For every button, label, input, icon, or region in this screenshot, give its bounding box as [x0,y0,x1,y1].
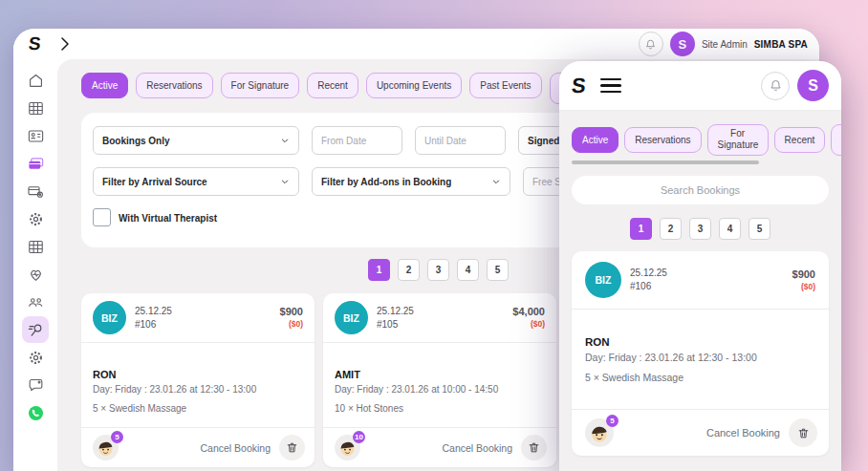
search-bookings-input[interactable] [572,176,829,204]
booking-date: 25.12.25 [135,306,172,316]
from-date-field[interactable] [312,126,402,155]
sidebar-item-preferences[interactable] [22,344,49,371]
until-date-field[interactable] [415,126,506,155]
guest-avatar[interactable]: 5 [585,418,614,447]
page-button-3[interactable]: 3 [689,218,711,240]
sidebar [13,59,57,471]
contact-card-icon [27,127,45,145]
delete-booking-button[interactable] [789,418,817,447]
expand-sidebar-button[interactable] [56,35,74,53]
guest-avatar[interactable]: 5 [93,435,119,460]
sidebar-item-health[interactable] [22,261,49,288]
mobile-preview-window: S S Active Reservations For Signature Re… [559,61,841,471]
addons-select[interactable]: Filter by Add-ons in Booking [312,167,510,196]
chevron-right-icon [56,35,74,53]
page-button-1[interactable]: 1 [368,259,390,281]
heart-pulse-icon [27,266,45,284]
booking-refund: ($0) [280,319,303,330]
booking-card: BIZ 25.12.25#106 $900($0) RON Day: Frida… [81,293,315,467]
sidebar-item-contacts[interactable] [22,122,49,149]
virtual-therapist-label: With Virtual Therapist [119,208,217,225]
chevron-down-icon [491,177,501,186]
from-date-input[interactable] [321,136,393,146]
guest-count-badge: 5 [606,415,618,427]
trash-icon [286,441,298,454]
virtual-therapist-checkbox[interactable] [93,208,111,226]
arrival-source-select[interactable]: Filter by Arrival Source [93,167,299,196]
search-icon [27,321,45,339]
trash-icon [528,441,540,454]
guest-count-badge: 5 [111,431,123,443]
tab-for-signature[interactable]: For Signature [221,73,300,98]
mobile-pagination: 1 2 3 4 5 [559,218,841,240]
booking-day: Day: Friday : 23.01.26 at 10:00 - 14:50 [335,384,545,395]
notifications-button[interactable] [639,32,663,56]
chevron-down-icon [280,136,290,145]
delete-booking-button[interactable] [521,435,547,460]
booking-price: $900 [792,268,815,282]
sidebar-item-chat-settings[interactable] [22,372,49,398]
cancel-booking-button[interactable]: Cancel Booking [200,442,271,454]
tab-recent[interactable]: Recent [774,127,826,153]
card-gear-icon [27,182,45,201]
mobile-booking-tabs: Active Reservations For Signature Recent… [559,111,841,159]
tab-for-signature[interactable]: For Signature [707,124,769,156]
tabs-scrollbar[interactable] [572,161,759,164]
page-button-5[interactable]: 5 [749,218,770,240]
sidebar-item-settings[interactable] [22,205,49,232]
whatsapp-icon [27,404,45,422]
app-logo: S [28,33,42,54]
page-button-4[interactable]: 4 [457,259,479,281]
guest-count-badge: 10 [353,431,365,443]
biz-badge: BIZ [585,262,621,298]
page-button-5[interactable]: 5 [487,259,509,281]
page-button-4[interactable]: 4 [719,218,741,240]
sidebar-item-payment-settings[interactable] [22,178,49,204]
booking-price: $900 [280,306,303,319]
booking-card: BIZ 25.12.25#106 $900($0) RON Day: Frida… [572,251,829,456]
cancel-booking-button[interactable]: Cancel Booking [442,442,512,454]
booking-date: 25.12.25 [630,268,667,278]
booking-day: Day: Friday : 23.01.26 at 12:30 - 13:00 [93,384,303,395]
sidebar-item-tables[interactable] [22,233,49,260]
cancel-booking-button[interactable]: Cancel Booking [706,427,780,439]
page-button-1[interactable]: 1 [630,218,652,240]
until-date-input[interactable] [424,136,496,146]
bell-icon [769,78,783,93]
customer-name: RON [93,369,303,380]
bell-icon [644,38,657,51]
app-logo: S [571,74,587,98]
site-name-label: SIMBA SPA [754,39,808,50]
bookings-only-select[interactable]: Bookings Only [93,126,299,155]
sidebar-item-search-bookings[interactable] [22,316,49,343]
booking-number: #106 [135,319,156,330]
guest-avatar[interactable]: 10 [335,435,360,460]
page-button-3[interactable]: 3 [427,259,449,281]
site-admin-label: Site Admin [702,39,748,50]
tab-reservations[interactable]: Reservations [624,127,701,153]
menu-button[interactable] [600,78,621,94]
booking-refund: ($0) [792,282,815,292]
user-avatar[interactable]: S [797,70,829,101]
sidebar-item-calendar[interactable] [22,95,49,121]
sidebar-item-payments[interactable] [22,150,49,177]
sidebar-item-home[interactable] [22,67,49,94]
tab-upcoming-events[interactable]: Upcoming Events [366,73,462,98]
mobile-topbar: S S [559,61,841,111]
tab-upcoming-events[interactable]: Upcoming Events [831,124,841,156]
trash-icon [797,427,810,439]
tab-recent[interactable]: Recent [307,73,358,98]
tab-active[interactable]: Active [81,73,128,98]
sidebar-item-whatsapp[interactable] [22,399,49,426]
user-avatar[interactable]: S [670,32,695,56]
tab-past-events[interactable]: Past Events [469,73,541,98]
page-button-2[interactable]: 2 [660,218,682,240]
tab-active[interactable]: Active [572,127,618,153]
page-button-2[interactable]: 2 [398,259,420,281]
sidebar-item-staff[interactable] [22,289,49,315]
notifications-button[interactable] [761,72,790,100]
booking-refund: ($0) [512,319,545,330]
delete-booking-button[interactable] [279,435,305,460]
virtual-therapist-checkbox-row[interactable]: With Virtual Therapist [93,208,217,226]
tab-reservations[interactable]: Reservations [136,73,212,98]
